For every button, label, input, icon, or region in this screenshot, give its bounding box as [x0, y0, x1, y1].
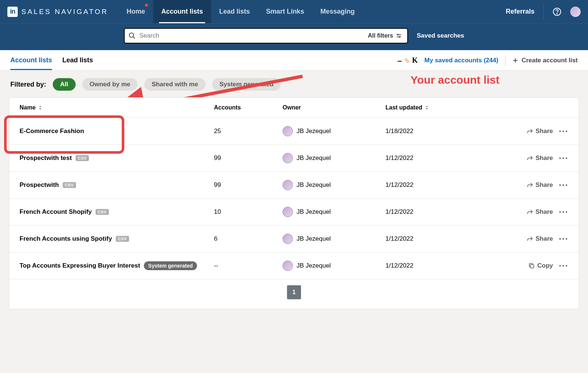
owner-name: JB Jezequel — [297, 154, 331, 162]
subtabs-row: Account lists Lead lists ▬ 🏷️ K My saved… — [0, 50, 588, 71]
list-name[interactable]: Prospectwith — [20, 181, 59, 189]
owner-cell: JB Jezequel — [283, 207, 385, 217]
svg-point-2 — [129, 33, 134, 38]
top-nav: in SALES NAVIGATOR Home Account lists Le… — [0, 0, 588, 23]
create-list-label: Create account list — [522, 57, 578, 64]
accounts-count: 99 — [214, 154, 283, 162]
nav-messaging-label: Messaging — [320, 8, 354, 15]
share-icon — [527, 236, 533, 242]
owner-cell: JB Jezequel — [283, 234, 385, 244]
brand-name: SALES NAVIGATOR — [21, 8, 108, 16]
owner-cell: JB Jezequel — [283, 126, 385, 136]
help-icon[interactable] — [553, 7, 561, 16]
search-input[interactable] — [139, 32, 363, 39]
saved-searches-link[interactable]: Saved searches — [417, 32, 464, 39]
th-owner[interactable]: Owner — [283, 104, 385, 111]
name-cell: French Accounts using SpotifyCSV — [20, 235, 214, 243]
list-name[interactable]: French Accounts using Spotify — [20, 235, 112, 243]
owner-avatar — [283, 126, 293, 136]
share-button[interactable]: Share — [527, 128, 553, 135]
linkedin-logo-icon: in — [7, 7, 18, 17]
filter-pill-shared-with-me[interactable]: Shared with me — [144, 78, 205, 91]
table-row[interactable]: Top Accounts Expressing Buyer InterestSy… — [9, 252, 579, 279]
accounts-count: 99 — [214, 181, 283, 189]
nav-account-lists[interactable]: Account lists — [153, 0, 211, 23]
filter-pill-system-generated[interactable]: System generated — [212, 78, 281, 91]
csv-badge: CSV — [63, 182, 76, 188]
separator — [543, 4, 544, 19]
nav-lead-lists[interactable]: Lead lists — [211, 0, 258, 23]
share-button[interactable]: Share — [527, 154, 553, 162]
th-last-updated[interactable]: Last updated — [385, 104, 488, 111]
page-button-1[interactable]: 1 — [287, 285, 301, 299]
nav-messaging[interactable]: Messaging — [312, 0, 363, 23]
last-updated: 1/12/2022 — [385, 262, 488, 269]
owner-avatar — [283, 207, 293, 217]
list-name[interactable]: E-Commerce Fashion — [20, 128, 84, 135]
filter-pill-all[interactable]: All — [53, 78, 76, 91]
name-cell: ProspectwithCSV — [20, 181, 214, 189]
search-box: All filters — [124, 28, 408, 43]
nav-smart-links[interactable]: Smart Links — [258, 0, 312, 23]
owner-cell: JB Jezequel — [283, 180, 385, 190]
user-avatar[interactable] — [570, 7, 581, 17]
filters-icon — [395, 32, 402, 39]
subtab-account-lists[interactable]: Account lists — [10, 51, 52, 70]
table-row[interactable]: French Account ShopifyCSV10JB Jezequel1/… — [9, 198, 579, 225]
svg-point-5 — [397, 34, 398, 35]
svg-point-7 — [399, 36, 400, 38]
account-lists-table: Name Accounts Owner Last updated E-Comme… — [9, 97, 579, 309]
sort-icon — [38, 105, 42, 110]
owner-avatar — [283, 261, 293, 271]
all-filters-button[interactable]: All filters — [363, 29, 407, 43]
copy-icon — [528, 262, 535, 269]
share-button[interactable]: Share — [527, 235, 553, 243]
share-button[interactable]: Share — [527, 208, 553, 216]
subtab-lead-lists[interactable]: Lead lists — [62, 51, 93, 70]
nav-account-lists-label: Account lists — [161, 8, 203, 15]
filter-row: Filtered by: All Owned by me Shared with… — [0, 71, 588, 97]
copy-button[interactable]: Copy — [528, 262, 553, 269]
row-actions: Share··· — [488, 181, 568, 189]
share-icon — [527, 209, 533, 215]
nav-referrals[interactable]: Referrals — [506, 8, 535, 15]
annotation-label: Your account list — [411, 74, 499, 86]
name-cell: French Account ShopifyCSV — [20, 208, 214, 216]
logo-block[interactable]: in SALES NAVIGATOR — [7, 7, 108, 17]
share-icon — [527, 182, 533, 188]
name-cell: Top Accounts Expressing Buyer InterestSy… — [20, 261, 214, 270]
filter-pill-owned-by-me[interactable]: Owned by me — [82, 78, 138, 91]
csv-badge: CSV — [76, 155, 89, 161]
table-row[interactable]: French Accounts using SpotifyCSV6JB Jeze… — [9, 225, 579, 252]
th-name[interactable]: Name — [20, 104, 214, 111]
svg-rect-11 — [530, 265, 534, 268]
nav-home[interactable]: Home — [118, 0, 153, 23]
owner-name: JB Jezequel — [297, 208, 331, 216]
share-button[interactable]: Share — [527, 181, 553, 189]
last-updated: 1/12/2022 — [385, 154, 488, 162]
table-header: Name Accounts Owner Last updated — [9, 98, 579, 118]
accounts-count: -- — [214, 262, 283, 269]
last-updated: 1/12/2022 — [385, 208, 488, 216]
owner-cell: JB Jezequel — [283, 153, 385, 163]
table-row[interactable]: E-Commerce Fashion25JB Jezequel1/18/2022… — [9, 118, 579, 144]
last-updated: 1/12/2022 — [385, 181, 488, 189]
system-generated-badge: System generated — [144, 261, 197, 270]
list-name[interactable]: French Account Shopify — [20, 208, 92, 216]
table-row[interactable]: Prospectwith testCSV99JB Jezequel1/12/20… — [9, 144, 579, 171]
th-accounts[interactable]: Accounts — [214, 104, 283, 111]
pagination: 1 — [9, 279, 579, 309]
notification-dot-icon — [145, 4, 148, 7]
create-account-list-button[interactable]: Create account list — [512, 57, 578, 64]
table-row[interactable]: ProspectwithCSV99JB Jezequel1/12/2022Sha… — [9, 171, 579, 198]
list-name[interactable]: Top Accounts Expressing Buyer Interest — [20, 262, 140, 269]
nav-home-label: Home — [127, 8, 145, 15]
list-name[interactable]: Prospectwith test — [20, 154, 72, 162]
nav-items: Home Account lists Lead lists Smart Link… — [118, 0, 363, 23]
my-saved-accounts-link[interactable]: My saved accounts (244) — [425, 57, 498, 64]
integration-icons: ▬ 🏷️ K — [398, 56, 418, 65]
row-actions: Share··· — [488, 128, 568, 135]
name-cell: E-Commerce Fashion — [20, 128, 214, 135]
nav-lead-lists-label: Lead lists — [219, 8, 250, 15]
last-updated: 1/18/2022 — [385, 128, 488, 135]
